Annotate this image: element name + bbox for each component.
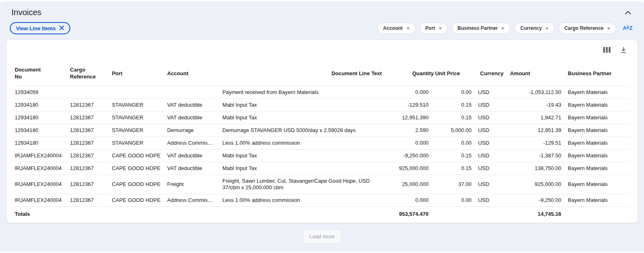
caret-down-icon xyxy=(406,25,410,31)
cell-document-no: 12934059 xyxy=(15,86,70,99)
cell-unit-price: 5,000.00 xyxy=(435,124,478,137)
table-row: IRJAMFLEX240004 12812367 CAPE GOOD HOPE … xyxy=(15,175,629,194)
column-header-label: Business Partner xyxy=(568,70,612,76)
cell-document-no: 12934180 xyxy=(15,124,70,137)
sort-button[interactable]: A Z xyxy=(622,23,634,34)
filter-chip-label: Account xyxy=(383,25,403,31)
column-header: Document Line Text xyxy=(222,60,388,86)
columns-button[interactable] xyxy=(602,46,611,55)
page-title: Invoices xyxy=(11,8,41,17)
filter-chip[interactable]: Business Partner xyxy=(452,22,511,34)
download-button[interactable] xyxy=(619,46,628,55)
cell-document-line-text: Payment received from Bayern Materials xyxy=(222,86,388,99)
cell-business-partner: Bayern Materials xyxy=(568,86,629,99)
download-icon xyxy=(620,47,627,54)
filter-chip-label: Currency xyxy=(520,25,542,31)
cell-account: VAT deductible xyxy=(167,150,222,162)
cell-business-partner: Bayern Materials xyxy=(568,194,629,207)
cell-business-partner: Bayern Materials xyxy=(568,175,629,194)
cell-account: VAT deductible xyxy=(167,112,222,124)
table-header: Document No Cargo Reference Port Account… xyxy=(15,60,629,86)
column-header-label: Port xyxy=(112,70,123,76)
cell-amount: -1,053,112.50 xyxy=(510,86,568,99)
cell-amount: -129.51 xyxy=(510,137,568,150)
filter-chip-label: Cargo Reference xyxy=(564,25,604,31)
controls-row: View Line Items Account Port xyxy=(7,22,637,34)
table-row: 12934180 12812367 STAVANGER VAT deductib… xyxy=(15,112,629,124)
cell-amount: 1,942.71 xyxy=(510,112,568,124)
column-header: Document No xyxy=(15,60,70,86)
cell-currency: USD xyxy=(478,112,510,124)
chevron-up-icon xyxy=(625,9,631,16)
caret-down-icon xyxy=(501,25,505,31)
cell-quantity: 0.000 xyxy=(388,137,435,150)
cell-unit-price: 0.00 xyxy=(435,194,478,207)
caret-down-icon xyxy=(607,25,610,31)
cell-document-no: IRJAMFLEX240004 xyxy=(15,150,70,162)
cell-quantity: 0.000 xyxy=(388,194,435,207)
column-header-label: Document Line Text xyxy=(331,70,382,76)
cell-quantity: 0.000 xyxy=(388,86,435,99)
column-header-label: Account xyxy=(167,70,188,76)
panel-header: Invoices xyxy=(7,7,637,17)
cell-port: CAPE GOOD HOPE xyxy=(112,162,167,175)
cell-currency: USD xyxy=(478,99,510,112)
cell-port: STAVANGER xyxy=(112,112,167,124)
load-more-button[interactable]: Load more xyxy=(303,229,341,244)
cell-business-partner: Bayern Materials xyxy=(568,124,629,137)
cell-cargo-reference: 12812367 xyxy=(70,99,112,112)
cell-document-line-text: Mabl Input Tax xyxy=(222,112,388,124)
cell-document-no: IRJAMFLEX240004 xyxy=(15,175,70,194)
cell-currency: USD xyxy=(478,124,510,137)
cell-currency: USD xyxy=(478,162,510,175)
cell-quantity: 12,951.390 xyxy=(388,112,435,124)
caret-down-icon xyxy=(545,25,549,31)
cell-document-line-text: Mabl Input Tax xyxy=(222,150,388,162)
cell-unit-price: 0.15 xyxy=(435,112,478,124)
cell-port: CAPE GOOD HOPE xyxy=(112,150,167,162)
column-header: Port xyxy=(112,60,167,86)
totals-quantity: 953,574.470 xyxy=(388,207,435,222)
cell-account: Address Commis… xyxy=(167,194,222,207)
table-body: 12934059 Payment received from Bayern Ma… xyxy=(15,86,629,207)
cell-quantity: 25,000.000 xyxy=(388,175,435,194)
column-header: Business Partner xyxy=(568,60,629,86)
cell-business-partner: Bayern Materials xyxy=(568,137,629,150)
cell-cargo-reference: 12812367 xyxy=(70,124,112,137)
table-row: IRJAMFLEX240004 12812367 CAPE GOOD HOPE … xyxy=(15,162,629,175)
cell-currency: USD xyxy=(478,137,510,150)
column-header-label: Document No xyxy=(15,66,43,80)
cell-document-line-text: Mabl Input Tax xyxy=(222,99,388,112)
cell-amount: 925,000.00 xyxy=(510,175,568,194)
table-row: 12934180 12812367 STAVANGER Address Comm… xyxy=(15,137,629,150)
cell-amount: -9,250.00 xyxy=(510,194,568,207)
column-header-label: Quantity xyxy=(412,70,429,77)
column-header: Currency xyxy=(478,60,510,86)
cell-document-line-text: Less 1.00% address commission xyxy=(222,137,388,150)
cell-unit-price: 0.00 xyxy=(435,137,478,150)
cell-currency: USD xyxy=(478,150,510,162)
view-line-items-chip[interactable]: View Line Items xyxy=(10,22,70,34)
close-icon[interactable] xyxy=(59,25,64,31)
filter-chip[interactable]: Account xyxy=(378,22,416,34)
totals-row: Totals 953,574.470 14,745.16 xyxy=(15,207,629,222)
cell-business-partner: Bayern Materials xyxy=(568,162,629,175)
cell-amount: -1,387.50 xyxy=(510,150,568,162)
table-row: 12934180 12812367 STAVANGER Demurrage De… xyxy=(15,124,629,137)
table-row: 12934059 Payment received from Bayern Ma… xyxy=(15,86,629,99)
cell-document-no: 12934180 xyxy=(15,137,70,150)
table-footer: Totals 953,574.470 14,745.16 xyxy=(15,207,629,222)
cell-business-partner: Bayern Materials xyxy=(568,112,629,124)
collapse-button[interactable] xyxy=(624,8,633,17)
filter-chip[interactable]: Currency xyxy=(514,22,555,34)
filter-chip[interactable]: Cargo Reference xyxy=(559,22,616,34)
cell-cargo-reference: 12812367 xyxy=(70,175,112,194)
cell-document-line-text: Mabl Input Tax xyxy=(222,162,388,175)
cell-quantity: -129.510 xyxy=(388,99,435,112)
column-header: Quantity xyxy=(388,60,435,86)
filter-chip[interactable]: Port xyxy=(420,22,448,34)
column-header-label: Cargo Reference xyxy=(70,67,96,80)
cell-cargo-reference: 12812367 xyxy=(70,150,112,162)
cell-unit-price: 0.15 xyxy=(435,162,478,175)
sort-az-icon: A Z xyxy=(623,24,633,33)
